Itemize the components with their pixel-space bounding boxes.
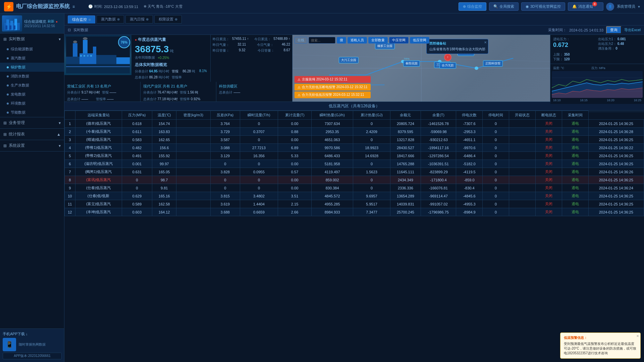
sidebar-settings-section: ⊞ 系统设置 ▾ [0, 140, 64, 152]
table-row[interactable]: 11 (富立)低压蒸汽 0.589 162.58 3.619 1.4404 2.… [65, 200, 644, 208]
td-balance-yuan: 13217.828 [390, 136, 421, 144]
up-item-2: 管报 —— [102, 90, 129, 95]
table-row[interactable]: 8 (富讯)低压蒸汽 0 98.7 0 0 0.00 859.002 0 243… [65, 176, 644, 184]
td-balance-yuan: 8379.595 [390, 128, 421, 136]
sidebar-item-steam[interactable]: 蒸汽数据 [0, 54, 64, 63]
map-search-input[interactable] [309, 37, 335, 44]
table-row[interactable]: 9 (仕春)低压蒸汽 0 9.81 0 0 0.00 830.384 0 233… [65, 184, 644, 192]
map-node-zhengyang[interactable]: 正阳科技馆 [483, 60, 503, 67]
sidebar-settings-header[interactable]: ⊞ 系统设置 ▾ [0, 140, 64, 151]
export-button[interactable]: 导出Excel [624, 27, 641, 33]
th-balance-yuan: 余额元 [390, 111, 421, 120]
td-power-status: 通电 [562, 184, 588, 192]
td-pressure: 0.583 [122, 136, 152, 144]
table-row[interactable]: 7 (阀闸1)低压蒸汽 0.631 165.05 3.828 0.0955 0.… [65, 168, 644, 176]
td-instant-flow: 27.7213 [240, 144, 278, 152]
patrol-btn[interactable]: 巡检人员 [347, 37, 367, 44]
td-cum-flow: 2.66 [278, 208, 312, 216]
td-collect-time: 2024-01-25 14:36:25 [588, 120, 644, 128]
sidebar-item-prodwater[interactable]: 生产水数据 [0, 81, 64, 90]
sidebar-item-overview[interactable]: 综合能源数据 [0, 45, 64, 54]
th-cum-heat: 累计热量(GJ) [353, 111, 390, 120]
badge-circle: 76% [118, 36, 130, 48]
all-btn[interactable]: 全部数量 [368, 37, 388, 44]
th-instant-flow: 瞬时流量(T/h) [240, 111, 278, 120]
td-power-status: 通电 [562, 200, 588, 208]
tab-dailyreport-close[interactable]: ⊗ [146, 17, 149, 21]
last-year-label: 去年同期数据 [135, 55, 155, 60]
tab-monitor-close[interactable]: ⊗ [88, 18, 91, 21]
td-num: 8 [65, 176, 75, 184]
td-pressure: 0.629 [122, 192, 152, 200]
table-row[interactable]: 2 (今泰)低压蒸汽 0.611 163.83 3.729 0.3707 0.8… [65, 128, 644, 136]
td-remaining: -4119.5 [456, 168, 483, 176]
tab-permissions[interactable]: 权限设置 ⊗ [154, 15, 182, 23]
map-node-heli[interactable]: ! 合力无纺 [439, 54, 456, 68]
query-button[interactable]: 查询 [606, 26, 622, 34]
popup-close[interactable]: ✕ [484, 41, 487, 44]
user-panel-2-title: 现代产业区 共有 21 名用户 [143, 84, 214, 89]
map-node-daawu[interactable]: 大污工业园 [339, 57, 359, 63]
tab-steam-close[interactable]: ⊗ [117, 17, 120, 21]
sidebar-item-boiler[interactable]: 锅炉数据 [0, 63, 64, 72]
table-row[interactable]: 10 (仕春)低/低新 0.629 165.16 3.815 3.4802 3.… [65, 192, 644, 200]
table-row[interactable]: 1 (德丰)低压蒸汽 0.618 154.74 3.764 0 0.00 730… [65, 120, 644, 128]
svg-rect-12 [66, 57, 79, 64]
td-collect-time: 2024-01-25 14:36:25 [588, 208, 644, 216]
th-cum-flow: 累计流量(T) [278, 111, 312, 120]
sidebar-reports-header[interactable]: ⊞ 统计报表 ▲ [0, 129, 64, 140]
search-btn[interactable]: 🔍 全局搜索 [489, 2, 519, 11]
sidebar-item-env[interactable]: 环境数据 [0, 99, 64, 108]
tab-permissions-close[interactable]: ⊗ [175, 17, 177, 21]
mid-pressure-btn[interactable]: 中压管网 [389, 37, 409, 44]
th-collect-time: 采集时间 [562, 111, 588, 120]
menu-icon[interactable]: ≡ [72, 4, 75, 9]
3d-btn[interactable]: ◉ 3D可视化管网监控 [521, 2, 565, 11]
td-instant-heat: 2953.35 [311, 128, 353, 136]
map-node-rubber[interactable]: 橡胶工业园 [375, 43, 395, 49]
notify-btn[interactable]: 🔔 消息通知 8 [568, 2, 603, 11]
sidebar-item-fire[interactable]: 消防水数据 [0, 72, 64, 81]
td-power-off-time [509, 208, 535, 216]
td-balance-t: -1461526.78 [421, 120, 456, 128]
sidebar-realtime-header[interactable]: ⊞ 实时数据 ▾ [0, 34, 64, 45]
svg-rect-13 [79, 53, 96, 64]
tab-monitor[interactable]: 综合监控 ⊗ [68, 15, 95, 23]
low-pressure-btn[interactable]: 低压管网 [410, 37, 429, 44]
right-panel: 进站压力： 0.672 出站压力1： 0.081 出站压力2： 0.48 调压备… [550, 35, 644, 102]
map-search-btn[interactable]: 搜 [337, 37, 346, 44]
table-row[interactable]: 3 (晴迪)低压蒸汽 0.583 162.65 3.587 0 0.00 465… [65, 136, 644, 144]
tab-steam[interactable]: 蒸汽数据 ⊗ [97, 15, 124, 23]
td-pdiff: 0 [210, 160, 240, 168]
td-pdiff: 3.828 [210, 168, 240, 176]
sidebar-item-power[interactable]: 发电数据 [0, 90, 64, 99]
table-row[interactable]: 12 (丰坤)低压蒸汽 0.603 164.12 3.688 0.6659 2.… [65, 208, 644, 216]
tab-dailyreport[interactable]: 蒸汽日报 ⊗ [125, 15, 153, 23]
big-unit: 吨 [170, 49, 174, 54]
map-node-chunyang[interactable]: 春阳花园 [403, 60, 420, 67]
th-balance-t: 余量(T) [421, 111, 456, 120]
td-num: 5 [65, 152, 75, 160]
td-name: (今泰)低压蒸汽 [75, 128, 122, 136]
td-pressure: 0.618 [122, 120, 152, 128]
td-remaining: -8984.9 [456, 208, 483, 216]
tab-permissions-label: 权限设置 [159, 17, 173, 22]
bell-icon: 🔔 [572, 4, 577, 9]
table-row[interactable]: 6 (滋坊明)低压蒸汽 0.001 99.97 0 0 0.00 5181.95… [65, 160, 644, 168]
last-year-value: +0.25% [158, 56, 169, 60]
dropdown-icon[interactable]: ▾ [638, 4, 640, 9]
low-temp-tip-close[interactable]: ✕ [636, 334, 639, 338]
table-row[interactable]: 4 (帝惟1)低压蒸汽 0.482 156.6 3.088 27.7213 6.… [65, 144, 644, 152]
user-panels: 营城工业区 共有 13 名用户 分表合计 9.17 吨/小时 管报 —— 总表合… [64, 82, 292, 104]
td-instant-heat: 4845.572 [311, 192, 353, 200]
sidebar-item-energy[interactable]: 节能数据 [0, 108, 64, 117]
status-btn[interactable]: 在线 [294, 37, 307, 44]
td-cum-heat: 7.3477 [353, 208, 390, 216]
popup-title: 西郊储备站 [429, 41, 485, 46]
sidebar-business-header[interactable]: ⊞ 业务管理 ▾ [0, 117, 64, 128]
monitor-btn[interactable]: ⊕ 综合监控 [459, 2, 486, 11]
td-name: (仕春)低压蒸汽 [75, 184, 122, 192]
table-row[interactable]: 5 (帝惟2)低压蒸汽 0.491 155.92 3.129 16.356 5.… [65, 152, 644, 160]
td-collect-time: 2024-01-25 14:36:24 [588, 184, 644, 192]
td-power-status: 通电 [562, 136, 588, 144]
